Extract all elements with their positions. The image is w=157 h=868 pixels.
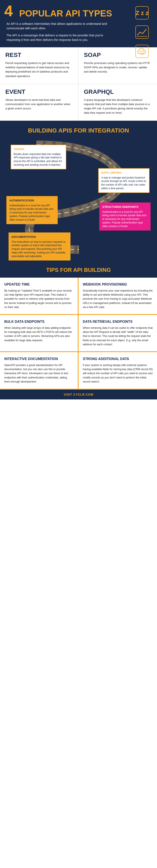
tip-desc: If your system is working deeply with ex…	[83, 363, 153, 384]
header-title: POPULAR API TYPES	[19, 6, 151, 19]
rate-limiting-desc: A way to manage and protect backend acce…	[101, 176, 147, 190]
tips-header: TIPS FOR API BUILDING	[0, 262, 157, 278]
tip-title: INTERACTIVE DOCUMENTATION	[4, 357, 74, 361]
authentication-box: AUTHENTICATION Authentication is a must …	[6, 196, 58, 224]
api-type-cell-rest: REST Permit requesting systems to get ro…	[0, 47, 79, 84]
building-section: BUILDING APIs FOR INTEGRATION PAGING Bre…	[0, 121, 157, 262]
api-type-desc: Allows developers to send real time data…	[5, 98, 73, 111]
tip-title: DATA RETRIEVAL ENDPOINTS	[83, 319, 153, 324]
api-type-title: REST	[5, 52, 73, 58]
tip-title: UPDATED TIME	[4, 282, 74, 286]
tip-title: BULK DATA ENDPOINTS	[4, 319, 74, 324]
tip-title: STRONG ADDITIONAL DATA	[83, 357, 153, 361]
documentation-title: DOCUMENTATION	[11, 235, 68, 239]
header-icons: Z z z	[133, 4, 151, 60]
api-type-cell-graphql: GraphQL A query language that lets devel…	[79, 84, 157, 121]
tip-cell-4: INTERACTIVE DOCUMENTATION OpenAPI provid…	[0, 352, 79, 390]
api-type-title: EVENT	[5, 88, 73, 95]
svg-rect-4	[135, 45, 149, 58]
header-desc-1: An API is a software intermediary that a…	[6, 22, 109, 31]
documentation-box: DOCUMENTATION The instructions on how to…	[8, 232, 71, 260]
cloud-icon	[133, 43, 151, 60]
documentation-desc: The instructions on how to structure req…	[11, 240, 68, 258]
api-type-title: GraphQL	[84, 88, 152, 95]
tips-grid: UPDATED TIME By making an "Updated Time"…	[0, 278, 157, 390]
structured-endpoints-desc: Authentication is a must for any API bei…	[102, 210, 148, 228]
structured-endpoints-box: STRUCTURED ENDPOINTS Authentication is a…	[99, 203, 151, 230]
paging-box: PAGING Breaks down requested data into m…	[11, 145, 66, 169]
chart-icon	[133, 24, 151, 41]
tip-title: WEBHOOK PROVISIONING	[83, 282, 153, 286]
building-title: BUILDING APIs FOR INTEGRATION	[4, 127, 153, 134]
paging-desc: Breaks down requested data into multiple…	[14, 152, 63, 167]
tip-cell-0: UPDATED TIME By making an "Updated Time"…	[0, 278, 79, 315]
api-type-cell-event: EVENT Allows developers to send real tim…	[0, 84, 79, 121]
zzz-icon: Z z z	[133, 4, 151, 22]
header-desc-2: The API is a messenger that delivers a r…	[6, 33, 109, 42]
tip-cell-5: STRONG ADDITIONAL DATA If your system is…	[79, 352, 157, 390]
api-type-desc: Permits processes using operating system…	[84, 61, 152, 74]
tip-cell-1: WEBHOOK PROVISIONING Dramatically improv…	[79, 278, 157, 315]
header-section: 4 POPULAR API TYPES Z z z	[0, 0, 157, 46]
paging-title: PAGING	[14, 147, 63, 151]
tip-desc: When retrieving data it can be useful to…	[83, 326, 153, 347]
footer-text: VISIT CYCLR.COM	[64, 393, 93, 396]
authentication-desc: Authentication is a must for any API bei…	[9, 204, 55, 222]
footer-section: VISIT CYCLR.COM	[0, 390, 157, 399]
tip-desc: By making an "Updated Time"2 available o…	[4, 289, 74, 310]
rate-limiting-box: RATE LIMITING A way to manage and protec…	[98, 168, 150, 193]
rate-limiting-title: RATE LIMITING	[101, 171, 147, 175]
api-type-desc: Permit requesting systems to get robust …	[5, 61, 73, 79]
header-description: An API is a software intermediary that a…	[6, 22, 109, 42]
api-type-desc: A query language that lets developers co…	[84, 98, 152, 115]
tip-desc: OpenAPI provides a great standardisation…	[4, 363, 74, 384]
header-number: 4	[4, 3, 13, 19]
tips-section: TIPS FOR API BUILDING UPDATED TIME By ma…	[0, 262, 157, 390]
tip-desc: When dealing with large arrays of data a…	[4, 326, 74, 343]
authentication-title: AUTHENTICATION	[9, 199, 55, 203]
svg-text:Z z z: Z z z	[135, 10, 149, 16]
tip-cell-2: BULK DATA ENDPOINTS When dealing with la…	[0, 315, 79, 352]
structured-endpoints-title: STRUCTURED ENDPOINTS	[102, 205, 148, 209]
tip-desc: Dramatically improve your user experienc…	[83, 289, 153, 310]
tip-cell-3: DATA RETRIEVAL ENDPOINTS When retrieving…	[79, 315, 157, 352]
road-container: PAGING Breaks down requested data into m…	[4, 138, 153, 256]
